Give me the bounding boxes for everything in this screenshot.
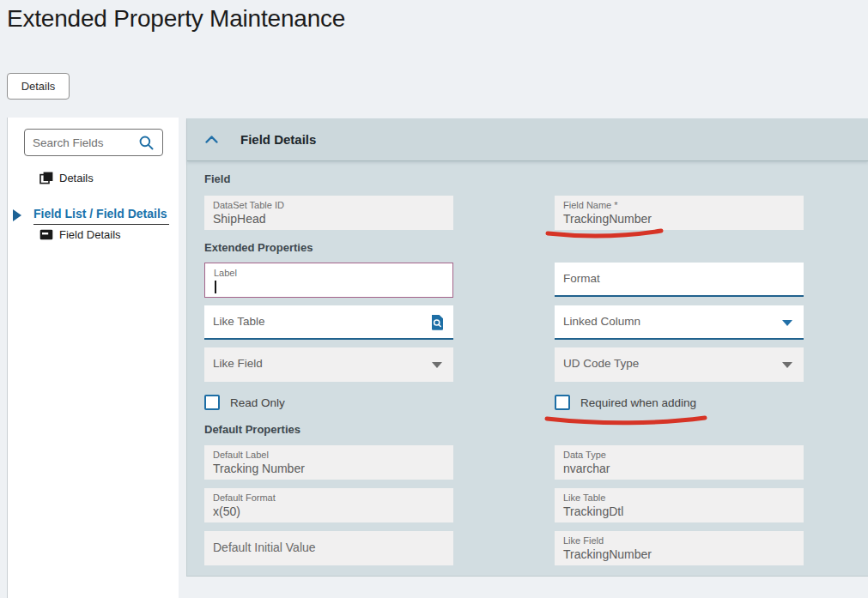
field-details-panel-header[interactable]: Field Details bbox=[187, 118, 868, 161]
field-value: x(50) bbox=[213, 504, 240, 518]
section-label-extended-properties: Extended Properties bbox=[204, 241, 313, 254]
checkbox-label: Read Only bbox=[230, 396, 285, 409]
sidebar-item-label-selected: Field List / Field Details bbox=[33, 207, 167, 220]
chevron-down-icon[interactable] bbox=[782, 320, 792, 326]
sidebar-item-label: Details bbox=[59, 172, 94, 184]
details-tab-button[interactable]: Details bbox=[7, 73, 70, 100]
field-label: UD Code Type bbox=[563, 357, 639, 370]
like-field-dropdown: Like Field bbox=[204, 347, 453, 382]
collapse-chevron-up-icon[interactable] bbox=[205, 136, 218, 143]
data-type-field: Data Type nvarchar bbox=[555, 445, 804, 480]
field-details-panel: Field Details Field DataSet Table ID Shi… bbox=[186, 118, 868, 577]
default-initial-value-field: Default Initial Value bbox=[204, 531, 453, 565]
page-title: Extended Property Maintenance bbox=[7, 5, 345, 33]
required-when-adding-checkbox-row[interactable]: Required when adding bbox=[555, 395, 696, 410]
label-input[interactable]: Label bbox=[204, 263, 453, 298]
field-label: Like Table bbox=[213, 315, 265, 328]
required-when-adding-checkbox[interactable] bbox=[555, 395, 570, 410]
details-pages-icon bbox=[39, 172, 53, 184]
field-label: Format bbox=[563, 272, 600, 285]
field-label: Default Initial Value bbox=[213, 541, 316, 554]
sidebar-item-field-list-field-details[interactable]: Field List / Field Details bbox=[8, 206, 179, 225]
section-label-field: Field bbox=[204, 172, 230, 185]
field-label: Default Format bbox=[213, 492, 276, 503]
sidebar-item-field-details[interactable]: Field Details bbox=[39, 228, 121, 241]
search-document-icon[interactable] bbox=[431, 315, 444, 334]
ud-code-type-dropdown: UD Code Type bbox=[555, 347, 804, 382]
section-label-default-properties: Default Properties bbox=[204, 423, 300, 436]
text-caret bbox=[215, 281, 216, 293]
search-icon[interactable] bbox=[138, 135, 155, 151]
field-value: Tracking Number bbox=[213, 462, 305, 475]
field-name-field: Field Name * TrackingNumber bbox=[555, 196, 804, 230]
form-field-icon bbox=[39, 229, 53, 240]
chevron-down-icon bbox=[782, 362, 792, 368]
read-only-checkbox[interactable] bbox=[204, 395, 220, 410]
search-input[interactable] bbox=[33, 130, 136, 154]
field-value: TrackingDtl bbox=[563, 504, 623, 518]
read-only-checkbox-row[interactable]: Read Only bbox=[204, 395, 285, 410]
field-value: TrackingNumber bbox=[563, 212, 652, 226]
default-like-field-field: Like Field TrackingNumber bbox=[555, 531, 804, 565]
field-label: Like Field bbox=[563, 535, 604, 546]
selected-underline bbox=[33, 224, 169, 225]
linked-column-dropdown[interactable]: Linked Column bbox=[555, 305, 804, 340]
default-format-field: Default Format x(50) bbox=[204, 488, 453, 522]
field-label: Like Table bbox=[563, 492, 605, 503]
default-like-table-field: Like Table TrackingDtl bbox=[555, 488, 804, 522]
field-value: nvarchar bbox=[563, 462, 610, 475]
sidebar-item-details[interactable]: Details bbox=[39, 172, 94, 184]
field-value: TrackingNumber bbox=[563, 547, 652, 561]
field-label: Linked Column bbox=[563, 315, 640, 328]
field-label: Label bbox=[214, 268, 237, 278]
dataset-table-id-field: DataSet Table ID ShipHead bbox=[204, 196, 453, 230]
field-label: Field Name * bbox=[563, 200, 618, 210]
default-label-field: Default Label Tracking Number bbox=[204, 445, 453, 480]
panel-title: Field Details bbox=[240, 132, 316, 147]
search-fields-box[interactable] bbox=[24, 129, 163, 156]
chevron-down-icon bbox=[432, 362, 442, 368]
field-label: Data Type bbox=[563, 450, 606, 460]
sidebar-item-label: Field Details bbox=[59, 228, 121, 241]
like-table-lookup[interactable]: Like Table bbox=[204, 305, 453, 340]
format-input[interactable]: Format bbox=[555, 263, 804, 297]
field-label: DataSet Table ID bbox=[213, 200, 284, 210]
field-label: Like Field bbox=[213, 357, 263, 370]
selected-arrow-icon bbox=[13, 209, 21, 221]
field-value: ShipHead bbox=[213, 212, 266, 226]
field-label: Default Label bbox=[213, 450, 269, 460]
checkbox-label: Required when adding bbox=[580, 396, 696, 409]
sidebar: Details Field List / Field Details Field… bbox=[7, 118, 179, 598]
